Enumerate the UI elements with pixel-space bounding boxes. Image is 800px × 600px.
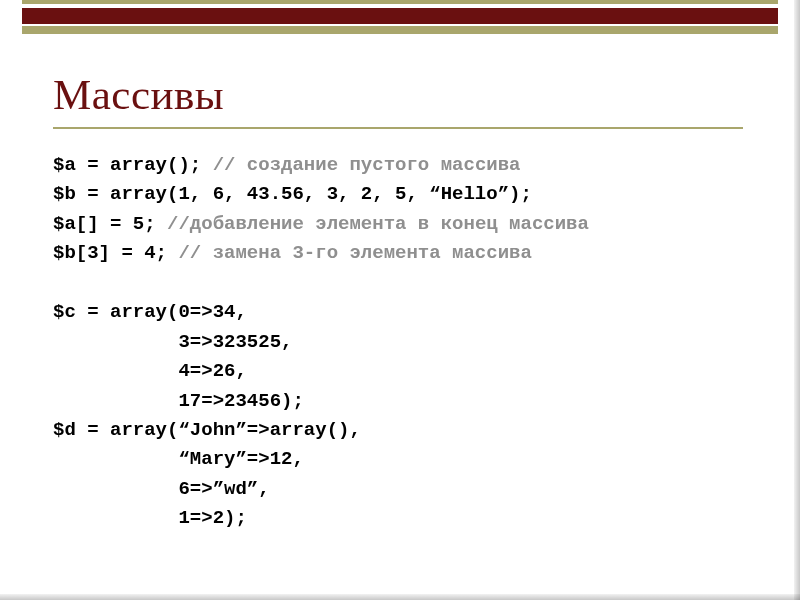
title-underline (53, 127, 743, 129)
border-maroon (22, 8, 778, 24)
code-line-10: $d = array(“John”=>array(), (53, 419, 361, 441)
code-comment-3: //добавление элемента в конец массива (167, 213, 589, 235)
slide-content: Массивы $a = array(); // создание пустог… (53, 70, 760, 534)
slide-shadow-right (794, 0, 800, 600)
code-block: $a = array(); // создание пустого массив… (53, 151, 760, 534)
slide-title: Массивы (53, 70, 760, 119)
code-line-9: 17=>23456); (53, 390, 304, 412)
code-line-4a: $b[3] = 4; (53, 242, 178, 264)
code-line-8: 4=>26, (53, 360, 247, 382)
code-line-7: 3=>323525, (53, 331, 292, 353)
code-line-3a: $a[] = 5; (53, 213, 167, 235)
slide-top-border (22, 0, 778, 34)
code-line-6: $c = array(0=>34, (53, 301, 247, 323)
slide-shadow-bottom (0, 594, 800, 600)
code-line-2: $b = array(1, 6, 43.56, 3, 2, 5, “Hello”… (53, 183, 532, 205)
code-comment-4: // замена 3-го элемента массива (178, 242, 531, 264)
code-line-11: “Mary”=>12, (53, 448, 304, 470)
code-line-12: 6=>”wd”, (53, 478, 270, 500)
code-comment-1: // создание пустого массива (213, 154, 521, 176)
code-line-13: 1=>2); (53, 507, 247, 529)
border-olive-thick (22, 26, 778, 34)
code-line-1a: $a = array(); (53, 154, 213, 176)
